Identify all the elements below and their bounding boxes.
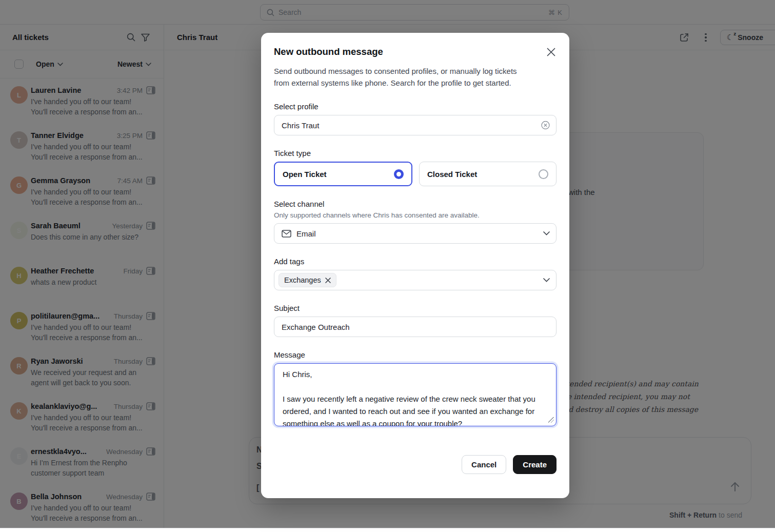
message-textarea[interactable]: Hi Chris, I saw you recently left a nega… — [274, 363, 557, 426]
new-outbound-message-modal: New outbound message Send outbound messa… — [261, 33, 569, 498]
tag-chip[interactable]: Exchanges — [279, 273, 336, 287]
message-label: Message — [274, 350, 557, 359]
channel-helper-text: Only supported channels where Chris has … — [274, 211, 557, 219]
modal-description: Send outbound messages to consented prof… — [274, 65, 557, 89]
app: ⌘ K All tickets Open Newest — [0, 0, 775, 532]
channel-value: Email — [296, 229, 316, 238]
radio-unselected-icon[interactable] — [539, 169, 548, 179]
tag-chip-label: Exchanges — [284, 276, 321, 284]
profile-input[interactable] — [274, 115, 557, 135]
remove-tag-icon[interactable] — [325, 278, 331, 283]
open-ticket-label: Open Ticket — [283, 170, 327, 179]
close-icon — [547, 48, 555, 56]
select-profile-label: Select profile — [274, 102, 557, 111]
subject-label: Subject — [274, 304, 557, 312]
closed-ticket-option[interactable]: Closed Ticket — [419, 162, 557, 186]
add-tags-label: Add tags — [274, 257, 557, 266]
create-button[interactable]: Create — [513, 455, 557, 474]
clear-profile-button[interactable] — [541, 121, 550, 130]
email-icon — [282, 230, 291, 238]
close-modal-button[interactable] — [545, 46, 557, 57]
cancel-button[interactable]: Cancel — [462, 455, 506, 474]
bottom-strip — [0, 528, 775, 532]
clear-circle-icon — [541, 121, 550, 130]
subject-input[interactable] — [274, 317, 557, 337]
tags-chevron — [543, 278, 550, 282]
open-ticket-option[interactable]: Open Ticket — [274, 162, 412, 186]
radio-selected-icon[interactable] — [394, 169, 404, 179]
channel-select[interactable]: Email — [274, 223, 557, 244]
modal-title: New outbound message — [274, 46, 383, 57]
closed-ticket-label: Closed Ticket — [427, 170, 477, 179]
chevron-down-icon — [543, 231, 550, 235]
chevron-down-icon — [543, 278, 550, 282]
select-channel-label: Select channel — [274, 200, 557, 208]
tags-field[interactable]: Exchanges — [274, 270, 557, 290]
channel-chevron — [543, 231, 550, 235]
ticket-type-label: Ticket type — [274, 149, 557, 157]
resize-handle[interactable] — [548, 417, 554, 423]
